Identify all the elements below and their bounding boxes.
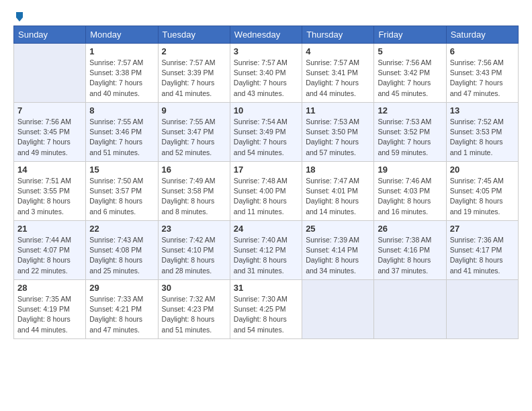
calendar-cell: 29Sunrise: 7:33 AM Sunset: 4:21 PM Dayli… <box>86 280 158 339</box>
day-number: 2 <box>162 46 226 56</box>
day-header-thursday: Thursday <box>302 26 374 44</box>
calendar-cell: 11Sunrise: 7:53 AM Sunset: 3:50 PM Dayli… <box>302 103 374 162</box>
calendar-cell: 31Sunrise: 7:30 AM Sunset: 4:25 PM Dayli… <box>230 280 302 339</box>
day-header-saturday: Saturday <box>446 26 518 44</box>
day-info: Sunrise: 7:35 AM Sunset: 4:19 PM Dayligh… <box>17 294 82 335</box>
day-info: Sunrise: 7:56 AM Sunset: 3:45 PM Dayligh… <box>17 117 82 158</box>
day-number: 29 <box>89 283 154 293</box>
day-number: 26 <box>378 224 442 234</box>
day-number: 30 <box>162 283 226 293</box>
day-info: Sunrise: 7:42 AM Sunset: 4:10 PM Dayligh… <box>162 235 226 276</box>
calendar-cell: 28Sunrise: 7:35 AM Sunset: 4:19 PM Dayli… <box>14 280 86 339</box>
calendar-week-row: 1Sunrise: 7:57 AM Sunset: 3:38 PM Daylig… <box>14 44 519 103</box>
day-info: Sunrise: 7:51 AM Sunset: 3:55 PM Dayligh… <box>17 176 82 217</box>
calendar-cell: 27Sunrise: 7:36 AM Sunset: 4:17 PM Dayli… <box>446 221 518 280</box>
day-info: Sunrise: 7:50 AM Sunset: 3:57 PM Dayligh… <box>89 176 154 217</box>
day-header-wednesday: Wednesday <box>230 26 302 44</box>
calendar-cell: 18Sunrise: 7:47 AM Sunset: 4:01 PM Dayli… <box>302 162 374 221</box>
day-number: 1 <box>89 46 154 56</box>
day-info: Sunrise: 7:30 AM Sunset: 4:25 PM Dayligh… <box>234 294 298 335</box>
day-number: 23 <box>162 224 226 234</box>
day-info: Sunrise: 7:32 AM Sunset: 4:23 PM Dayligh… <box>162 294 226 335</box>
calendar-cell: 19Sunrise: 7:46 AM Sunset: 4:03 PM Dayli… <box>374 162 446 221</box>
day-number: 6 <box>450 46 515 56</box>
calendar-cell: 7Sunrise: 7:56 AM Sunset: 3:45 PM Daylig… <box>14 103 86 162</box>
calendar-cell <box>302 280 374 339</box>
day-info: Sunrise: 7:55 AM Sunset: 3:47 PM Dayligh… <box>162 117 226 158</box>
calendar-cell: 21Sunrise: 7:44 AM Sunset: 4:07 PM Dayli… <box>14 221 86 280</box>
day-info: Sunrise: 7:36 AM Sunset: 4:17 PM Dayligh… <box>450 235 515 276</box>
page-header <box>13 11 519 20</box>
calendar-cell: 15Sunrise: 7:50 AM Sunset: 3:57 PM Dayli… <box>86 162 158 221</box>
day-info: Sunrise: 7:39 AM Sunset: 4:14 PM Dayligh… <box>306 235 370 276</box>
calendar-week-row: 28Sunrise: 7:35 AM Sunset: 4:19 PM Dayli… <box>14 280 519 339</box>
day-number: 27 <box>450 224 515 234</box>
day-number: 11 <box>306 105 370 116</box>
day-info: Sunrise: 7:56 AM Sunset: 3:42 PM Dayligh… <box>378 58 442 99</box>
calendar-cell <box>374 280 446 339</box>
calendar-cell: 4Sunrise: 7:57 AM Sunset: 3:41 PM Daylig… <box>302 44 374 103</box>
day-info: Sunrise: 7:48 AM Sunset: 4:00 PM Dayligh… <box>234 176 298 217</box>
day-number: 25 <box>306 224 370 234</box>
day-number: 19 <box>378 165 442 175</box>
day-info: Sunrise: 7:57 AM Sunset: 3:39 PM Dayligh… <box>162 58 226 99</box>
calendar-week-row: 14Sunrise: 7:51 AM Sunset: 3:55 PM Dayli… <box>14 162 519 221</box>
day-info: Sunrise: 7:55 AM Sunset: 3:46 PM Dayligh… <box>89 117 154 158</box>
day-number: 4 <box>306 46 370 56</box>
calendar-cell: 13Sunrise: 7:52 AM Sunset: 3:53 PM Dayli… <box>446 103 518 162</box>
calendar-cell: 5Sunrise: 7:56 AM Sunset: 3:42 PM Daylig… <box>374 44 446 103</box>
day-number: 28 <box>17 283 82 293</box>
day-header-friday: Friday <box>374 26 446 44</box>
day-info: Sunrise: 7:38 AM Sunset: 4:16 PM Dayligh… <box>378 235 442 276</box>
calendar-cell <box>14 44 86 103</box>
calendar-cell: 3Sunrise: 7:57 AM Sunset: 3:40 PM Daylig… <box>230 44 302 103</box>
day-info: Sunrise: 7:54 AM Sunset: 3:49 PM Dayligh… <box>234 117 298 158</box>
day-info: Sunrise: 7:46 AM Sunset: 4:03 PM Dayligh… <box>378 176 442 217</box>
day-info: Sunrise: 7:49 AM Sunset: 3:58 PM Dayligh… <box>162 176 226 217</box>
day-info: Sunrise: 7:57 AM Sunset: 3:38 PM Dayligh… <box>89 58 154 99</box>
day-number: 7 <box>17 105 82 116</box>
day-info: Sunrise: 7:52 AM Sunset: 3:53 PM Dayligh… <box>450 117 515 158</box>
calendar-cell: 6Sunrise: 7:56 AM Sunset: 3:43 PM Daylig… <box>446 44 518 103</box>
calendar-cell: 26Sunrise: 7:38 AM Sunset: 4:16 PM Dayli… <box>374 221 446 280</box>
day-number: 20 <box>450 165 515 175</box>
calendar-cell: 8Sunrise: 7:55 AM Sunset: 3:46 PM Daylig… <box>86 103 158 162</box>
day-number: 21 <box>17 224 82 234</box>
calendar-cell: 16Sunrise: 7:49 AM Sunset: 3:58 PM Dayli… <box>158 162 230 221</box>
day-info: Sunrise: 7:57 AM Sunset: 3:41 PM Dayligh… <box>306 58 370 99</box>
day-number: 10 <box>234 105 298 116</box>
day-number: 31 <box>234 283 298 293</box>
calendar-cell: 17Sunrise: 7:48 AM Sunset: 4:00 PM Dayli… <box>230 162 302 221</box>
calendar-cell: 22Sunrise: 7:43 AM Sunset: 4:08 PM Dayli… <box>86 221 158 280</box>
day-info: Sunrise: 7:57 AM Sunset: 3:40 PM Dayligh… <box>234 58 298 99</box>
calendar-cell: 12Sunrise: 7:53 AM Sunset: 3:52 PM Dayli… <box>374 103 446 162</box>
day-number: 17 <box>234 165 298 175</box>
calendar-cell: 30Sunrise: 7:32 AM Sunset: 4:23 PM Dayli… <box>158 280 230 339</box>
day-info: Sunrise: 7:53 AM Sunset: 3:52 PM Dayligh… <box>378 117 442 158</box>
day-number: 9 <box>162 105 226 116</box>
calendar-table: SundayMondayTuesdayWednesdayThursdayFrid… <box>13 26 519 339</box>
day-info: Sunrise: 7:33 AM Sunset: 4:21 PM Dayligh… <box>89 294 154 335</box>
day-header-sunday: Sunday <box>14 26 86 44</box>
calendar-week-row: 7Sunrise: 7:56 AM Sunset: 3:45 PM Daylig… <box>14 103 519 162</box>
day-number: 18 <box>306 165 370 175</box>
day-info: Sunrise: 7:40 AM Sunset: 4:12 PM Dayligh… <box>234 235 298 276</box>
calendar-cell: 10Sunrise: 7:54 AM Sunset: 3:49 PM Dayli… <box>230 103 302 162</box>
logo-icon <box>15 11 24 23</box>
day-number: 15 <box>89 165 154 175</box>
day-number: 5 <box>378 46 442 56</box>
calendar-cell: 20Sunrise: 7:45 AM Sunset: 4:05 PM Dayli… <box>446 162 518 221</box>
day-number: 22 <box>89 224 154 234</box>
day-number: 14 <box>17 165 82 175</box>
calendar-cell: 9Sunrise: 7:55 AM Sunset: 3:47 PM Daylig… <box>158 103 230 162</box>
day-header-monday: Monday <box>86 26 158 44</box>
day-number: 24 <box>234 224 298 234</box>
day-info: Sunrise: 7:44 AM Sunset: 4:07 PM Dayligh… <box>17 235 82 276</box>
calendar-cell: 2Sunrise: 7:57 AM Sunset: 3:39 PM Daylig… <box>158 44 230 103</box>
day-info: Sunrise: 7:47 AM Sunset: 4:01 PM Dayligh… <box>306 176 370 217</box>
calendar-week-row: 21Sunrise: 7:44 AM Sunset: 4:07 PM Dayli… <box>14 221 519 280</box>
calendar-cell: 25Sunrise: 7:39 AM Sunset: 4:14 PM Dayli… <box>302 221 374 280</box>
day-info: Sunrise: 7:45 AM Sunset: 4:05 PM Dayligh… <box>450 176 515 217</box>
logo <box>13 11 24 20</box>
day-info: Sunrise: 7:53 AM Sunset: 3:50 PM Dayligh… <box>306 117 370 158</box>
